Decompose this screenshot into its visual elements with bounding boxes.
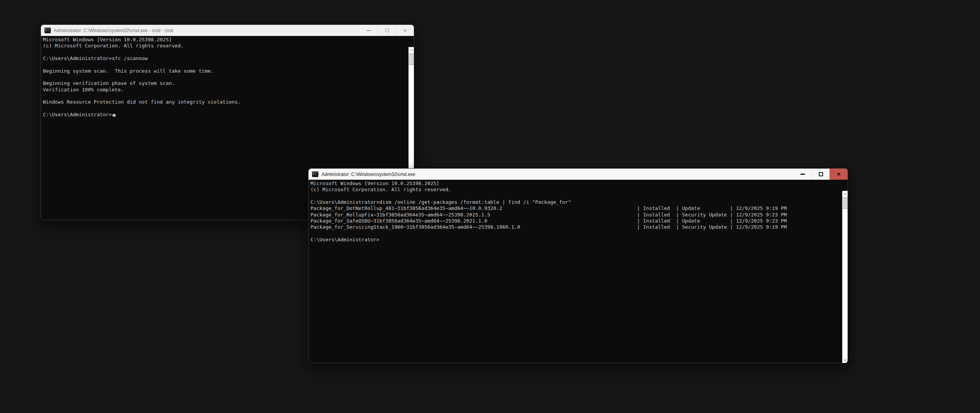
- window2-scroll-down-button[interactable]: [843, 356, 848, 363]
- console-line: (c) Microsoft Corporation. All rights re…: [43, 43, 407, 49]
- console-line: Beginning system scan. This process will…: [43, 68, 407, 74]
- chevron-down-icon: [843, 358, 846, 361]
- text-cursor: [113, 114, 116, 117]
- maximize-icon: [385, 29, 389, 32]
- cmd-icon[interactable]: [44, 28, 51, 33]
- console-line: Microsoft Windows [Version 10.0.25398.20…: [43, 37, 407, 43]
- console-line: [310, 231, 841, 237]
- window1-title: Administrator: C:\Windows\system32\cmd.e…: [54, 28, 173, 33]
- maximize-icon: [819, 172, 823, 176]
- window1-close-button[interactable]: ✕: [396, 25, 414, 36]
- console-line: Windows Resource Protection did not find…: [43, 99, 407, 105]
- window2-console-lines: Microsoft Windows [Version 10.0.25398.20…: [309, 180, 842, 363]
- console-line: [43, 49, 407, 55]
- cmd-icon[interactable]: [312, 171, 318, 177]
- window2-titlebar[interactable]: Administrator: C:\Windows\system32\cmd.e…: [309, 169, 848, 180]
- window1-scroll-up-button[interactable]: [409, 47, 414, 54]
- window2-title: Administrator: C:\Windows\system32\cmd.e…: [322, 172, 415, 177]
- window2-maximize-button[interactable]: [812, 169, 830, 180]
- console-line: Package_for_SafeOSDU~31bf3856ad364e35~am…: [310, 218, 841, 224]
- console-line: [43, 106, 407, 112]
- console-line: C:\Users\Administrator>sfc /scannow: [43, 55, 407, 62]
- window2-console[interactable]: Microsoft Windows [Version 10.0.25398.20…: [309, 180, 848, 363]
- cmd-window-2: Administrator: C:\Windows\system32\cmd.e…: [308, 168, 848, 363]
- window2-scrollbar-thumb[interactable]: [843, 197, 848, 209]
- window2-scroll-up-button[interactable]: [843, 191, 848, 197]
- window1-controls: ✕: [360, 25, 414, 36]
- window1-titlebar[interactable]: Administrator: C:\Windows\system32\cmd.e…: [41, 25, 414, 36]
- close-icon: ✕: [403, 28, 407, 33]
- console-line: [43, 93, 407, 99]
- chevron-up-icon: [410, 49, 413, 52]
- minimize-icon: [800, 174, 805, 175]
- window2-controls: ✕: [794, 169, 848, 180]
- console-line: Verification 100% complete.: [43, 87, 407, 93]
- console-line: [43, 74, 407, 80]
- chevron-up-icon: [843, 193, 846, 196]
- console-line: Package_for_RollupFix~31bf3856ad364e35~a…: [310, 212, 841, 218]
- console-line: Beginning verification phase of system s…: [43, 80, 407, 86]
- minimize-icon: [367, 30, 371, 31]
- console-line: Microsoft Windows [Version 10.0.25398.20…: [310, 180, 841, 187]
- desktop: Administrator: C:\Windows\system32\cmd.e…: [0, 0, 980, 413]
- console-line: (c) Microsoft Corporation. All rights re…: [310, 187, 841, 193]
- console-line: Package_for_ServicingStack_1960~31bf3856…: [310, 224, 841, 230]
- window1-minimize-button[interactable]: [360, 25, 378, 36]
- console-line: [310, 193, 841, 199]
- window2-scrollbar[interactable]: [842, 191, 848, 363]
- window2-minimize-button[interactable]: [794, 169, 812, 180]
- console-line: C:\Users\Administrator>: [43, 112, 407, 118]
- console-line: [43, 62, 407, 68]
- window1-maximize-button[interactable]: [378, 25, 396, 36]
- close-icon: ✕: [837, 172, 841, 177]
- console-line: Package_for_DotNetRollup_481~31bf3856ad3…: [310, 205, 841, 211]
- window2-close-button[interactable]: ✕: [830, 169, 848, 180]
- console-line: C:\Users\Administrator>dism /online /get…: [310, 199, 841, 205]
- console-line: C:\Users\Administrator>: [310, 237, 841, 243]
- window1-scrollbar-thumb[interactable]: [409, 54, 414, 65]
